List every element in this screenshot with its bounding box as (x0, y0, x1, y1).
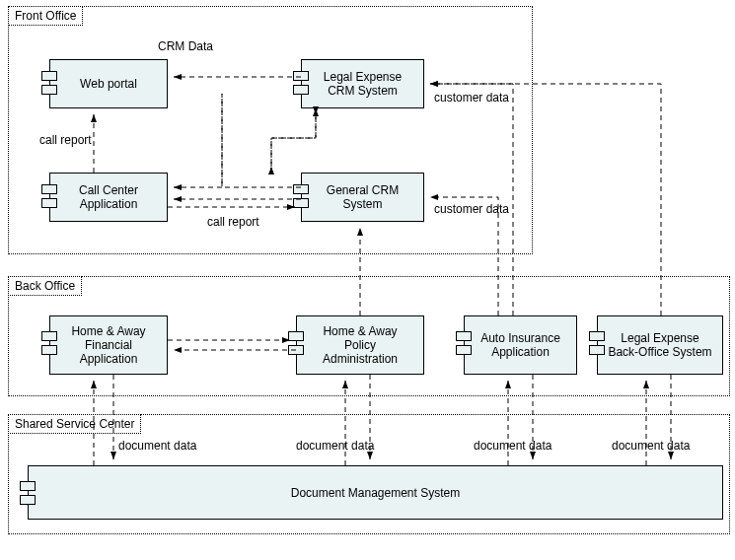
edge-label-doc-data-2: document data (296, 439, 374, 453)
component-legal-back-label: Legal Expense Back-Office System (608, 331, 711, 359)
component-port-icon (41, 71, 57, 97)
component-port-icon (293, 71, 309, 97)
component-legal-crm: Legal Expense CRM System (301, 59, 424, 108)
component-ha-policy-label: Home & Away Policy Administration (323, 324, 398, 366)
component-port-icon (293, 184, 309, 210)
edge-label-doc-data-4: document data (612, 439, 690, 453)
component-port-icon (288, 331, 304, 357)
edge-label-customer-data-1: customer data (434, 91, 509, 105)
component-general-crm-label: General CRM System (327, 183, 399, 211)
component-auto-ins-label: Auto Insurance Application (480, 331, 560, 359)
edge-label-call-report-2: call report (207, 215, 259, 229)
component-port-icon (456, 331, 472, 357)
group-shared-service-center-label: Shared Service Center (8, 414, 141, 434)
component-auto-ins: Auto Insurance Application (464, 315, 577, 375)
component-port-icon (41, 331, 57, 357)
component-ha-policy: Home & Away Policy Administration (296, 315, 424, 375)
component-port-icon (20, 481, 36, 507)
component-legal-crm-label: Legal Expense CRM System (324, 70, 402, 98)
component-web-portal-label: Web portal (80, 77, 137, 91)
edge-label-customer-data-2: customer data (434, 202, 509, 216)
component-general-crm: General CRM System (301, 173, 424, 222)
edge-label-crm-data: CRM Data (158, 39, 213, 53)
component-web-portal: Web portal (49, 59, 168, 108)
edge-label-doc-data-1: document data (118, 439, 196, 453)
component-port-icon (41, 184, 57, 210)
component-doc-mgmt-label: Document Management System (291, 486, 460, 500)
component-ha-financial-label: Home & Away Financial Application (71, 324, 145, 366)
edge-label-doc-data-3: document data (474, 439, 551, 453)
group-back-office-label: Back Office (8, 276, 82, 296)
component-port-icon (589, 331, 605, 357)
group-front-office-label: Front Office (8, 6, 83, 26)
component-legal-back: Legal Expense Back-Office System (597, 315, 723, 375)
component-doc-mgmt: Document Management System (28, 465, 723, 520)
component-ha-financial: Home & Away Financial Application (49, 315, 168, 375)
edge-label-call-report-1: call report (39, 133, 92, 147)
component-call-center-label: Call Center Application (79, 183, 138, 211)
diagram-canvas: Front Office Back Office Shared Service … (0, 0, 735, 560)
component-call-center: Call Center Application (49, 173, 168, 222)
